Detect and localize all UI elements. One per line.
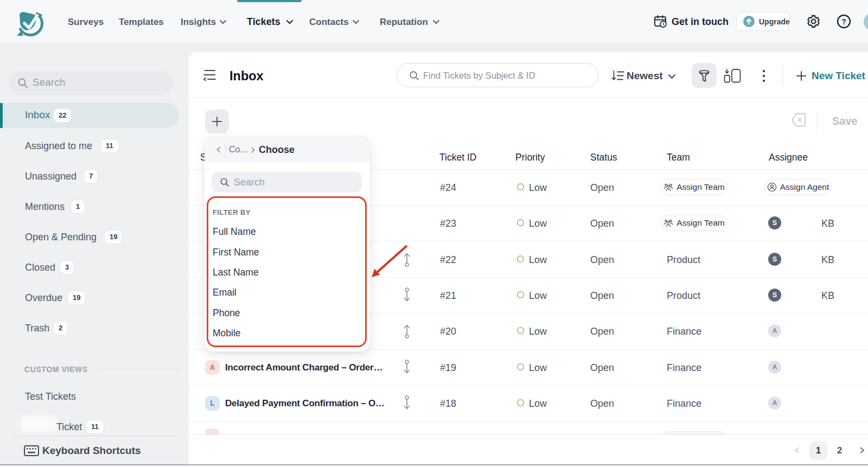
svg-text:?: ? [841,17,846,26]
